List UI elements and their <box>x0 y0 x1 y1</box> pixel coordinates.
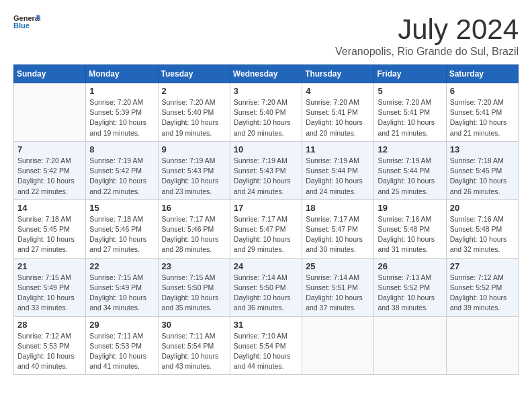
weekday-header-thursday: Thursday <box>302 65 374 83</box>
day-number: 7 <box>17 144 82 154</box>
day-number: 20 <box>450 203 515 213</box>
day-info: Sunrise: 7:19 AMSunset: 5:42 PMDaylight:… <box>89 156 154 197</box>
day-info: Sunrise: 7:16 AMSunset: 5:48 PMDaylight:… <box>378 214 442 255</box>
calendar-cell: 15Sunrise: 7:18 AMSunset: 5:46 PMDayligh… <box>86 199 158 258</box>
day-info: Sunrise: 7:20 AMSunset: 5:41 PMDaylight:… <box>378 97 442 138</box>
calendar-cell: 18Sunrise: 7:17 AMSunset: 5:47 PMDayligh… <box>302 199 374 258</box>
weekday-header-wednesday: Wednesday <box>230 65 302 83</box>
day-info: Sunrise: 7:20 AMSunset: 5:39 PMDaylight:… <box>89 97 154 138</box>
day-number: 13 <box>450 144 515 154</box>
calendar-cell: 13Sunrise: 7:18 AMSunset: 5:45 PMDayligh… <box>446 141 518 199</box>
svg-text:Blue: Blue <box>13 21 30 30</box>
day-number: 1 <box>89 86 154 96</box>
day-info: Sunrise: 7:12 AMSunset: 5:52 PMDaylight:… <box>450 273 515 314</box>
day-number: 4 <box>306 86 370 96</box>
calendar-cell: 27Sunrise: 7:12 AMSunset: 5:52 PMDayligh… <box>446 258 518 316</box>
day-number: 27 <box>450 261 515 271</box>
day-number: 23 <box>162 261 226 271</box>
day-number: 30 <box>162 320 226 330</box>
calendar-cell: 14Sunrise: 7:18 AMSunset: 5:45 PMDayligh… <box>14 199 86 258</box>
weekday-header-row: SundayMondayTuesdayWednesdayThursdayFrid… <box>14 65 519 83</box>
day-number: 21 <box>17 261 82 271</box>
month-year-title: July 2024 <box>335 13 519 46</box>
day-info: Sunrise: 7:16 AMSunset: 5:48 PMDaylight:… <box>450 214 515 255</box>
day-info: Sunrise: 7:17 AMSunset: 5:47 PMDaylight:… <box>306 214 370 255</box>
calendar-cell: 11Sunrise: 7:19 AMSunset: 5:44 PMDayligh… <box>302 141 374 199</box>
calendar-cell: 17Sunrise: 7:17 AMSunset: 5:47 PMDayligh… <box>230 199 302 258</box>
day-info: Sunrise: 7:20 AMSunset: 5:40 PMDaylight:… <box>234 97 298 138</box>
weekday-header-monday: Monday <box>86 65 158 83</box>
calendar-cell: 28Sunrise: 7:12 AMSunset: 5:53 PMDayligh… <box>14 316 86 375</box>
day-number: 26 <box>378 261 442 271</box>
day-number: 28 <box>17 320 82 330</box>
calendar-cell <box>302 316 374 375</box>
day-info: Sunrise: 7:13 AMSunset: 5:52 PMDaylight:… <box>378 273 442 314</box>
day-info: Sunrise: 7:15 AMSunset: 5:49 PMDaylight:… <box>17 273 82 314</box>
calendar-cell: 7Sunrise: 7:20 AMSunset: 5:42 PMDaylight… <box>14 141 86 199</box>
day-info: Sunrise: 7:19 AMSunset: 5:43 PMDaylight:… <box>234 156 298 197</box>
title-block: July 2024 Veranopolis, Rio Grande do Sul… <box>335 13 519 58</box>
calendar-cell: 20Sunrise: 7:16 AMSunset: 5:48 PMDayligh… <box>446 199 518 258</box>
day-info: Sunrise: 7:11 AMSunset: 5:53 PMDaylight:… <box>89 331 154 372</box>
day-info: Sunrise: 7:14 AMSunset: 5:50 PMDaylight:… <box>234 273 298 314</box>
day-number: 8 <box>89 144 154 154</box>
day-number: 10 <box>234 144 298 154</box>
weekday-header-saturday: Saturday <box>446 65 518 83</box>
location-subtitle: Veranopolis, Rio Grande do Sul, Brazil <box>335 46 519 58</box>
weekday-header-sunday: Sunday <box>14 65 86 83</box>
calendar-cell: 22Sunrise: 7:15 AMSunset: 5:49 PMDayligh… <box>86 258 158 316</box>
day-info: Sunrise: 7:11 AMSunset: 5:54 PMDaylight:… <box>162 331 226 372</box>
calendar-cell: 29Sunrise: 7:11 AMSunset: 5:53 PMDayligh… <box>86 316 158 375</box>
calendar-week-row: 14Sunrise: 7:18 AMSunset: 5:45 PMDayligh… <box>14 199 519 258</box>
calendar-cell: 16Sunrise: 7:17 AMSunset: 5:46 PMDayligh… <box>158 199 230 258</box>
day-number: 3 <box>234 86 298 96</box>
day-number: 14 <box>17 203 82 213</box>
day-info: Sunrise: 7:10 AMSunset: 5:54 PMDaylight:… <box>234 331 298 372</box>
day-number: 18 <box>306 203 370 213</box>
calendar-cell: 6Sunrise: 7:20 AMSunset: 5:41 PMDaylight… <box>446 83 518 142</box>
weekday-header-friday: Friday <box>374 65 446 83</box>
calendar-cell: 23Sunrise: 7:15 AMSunset: 5:50 PMDayligh… <box>158 258 230 316</box>
day-number: 5 <box>378 86 442 96</box>
calendar-cell: 5Sunrise: 7:20 AMSunset: 5:41 PMDaylight… <box>374 83 446 142</box>
day-number: 17 <box>234 203 298 213</box>
day-info: Sunrise: 7:15 AMSunset: 5:50 PMDaylight:… <box>162 273 226 314</box>
calendar-cell: 25Sunrise: 7:14 AMSunset: 5:51 PMDayligh… <box>302 258 374 316</box>
calendar-cell: 10Sunrise: 7:19 AMSunset: 5:43 PMDayligh… <box>230 141 302 199</box>
day-number: 6 <box>450 86 515 96</box>
day-number: 2 <box>162 86 226 96</box>
day-info: Sunrise: 7:12 AMSunset: 5:53 PMDaylight:… <box>17 331 82 372</box>
calendar-cell: 31Sunrise: 7:10 AMSunset: 5:54 PMDayligh… <box>230 316 302 375</box>
calendar-cell <box>374 316 446 375</box>
day-number: 24 <box>234 261 298 271</box>
day-info: Sunrise: 7:20 AMSunset: 5:40 PMDaylight:… <box>162 97 226 138</box>
day-info: Sunrise: 7:15 AMSunset: 5:49 PMDaylight:… <box>89 273 154 314</box>
day-info: Sunrise: 7:17 AMSunset: 5:46 PMDaylight:… <box>162 214 226 255</box>
calendar-table: SundayMondayTuesdayWednesdayThursdayFrid… <box>13 64 519 375</box>
day-info: Sunrise: 7:14 AMSunset: 5:51 PMDaylight:… <box>306 273 370 314</box>
day-info: Sunrise: 7:18 AMSunset: 5:46 PMDaylight:… <box>89 214 154 255</box>
day-number: 31 <box>234 320 298 330</box>
calendar-cell: 9Sunrise: 7:19 AMSunset: 5:43 PMDaylight… <box>158 141 230 199</box>
day-info: Sunrise: 7:19 AMSunset: 5:43 PMDaylight:… <box>162 156 226 197</box>
day-info: Sunrise: 7:18 AMSunset: 5:45 PMDaylight:… <box>17 214 82 255</box>
day-info: Sunrise: 7:20 AMSunset: 5:41 PMDaylight:… <box>450 97 515 138</box>
day-number: 22 <box>89 261 154 271</box>
day-number: 11 <box>306 144 370 154</box>
day-number: 19 <box>378 203 442 213</box>
calendar-cell: 4Sunrise: 7:20 AMSunset: 5:41 PMDaylight… <box>302 83 374 142</box>
calendar-week-row: 21Sunrise: 7:15 AMSunset: 5:49 PMDayligh… <box>14 258 519 316</box>
day-number: 9 <box>162 144 226 154</box>
calendar-week-row: 7Sunrise: 7:20 AMSunset: 5:42 PMDaylight… <box>14 141 519 199</box>
svg-text:General: General <box>13 14 40 22</box>
calendar-cell: 8Sunrise: 7:19 AMSunset: 5:42 PMDaylight… <box>86 141 158 199</box>
page-header: General Blue July 2024 Veranopolis, Rio … <box>13 13 519 58</box>
day-info: Sunrise: 7:19 AMSunset: 5:44 PMDaylight:… <box>378 156 442 197</box>
day-info: Sunrise: 7:18 AMSunset: 5:45 PMDaylight:… <box>450 156 515 197</box>
calendar-cell: 21Sunrise: 7:15 AMSunset: 5:49 PMDayligh… <box>14 258 86 316</box>
day-info: Sunrise: 7:20 AMSunset: 5:41 PMDaylight:… <box>306 97 370 138</box>
day-number: 25 <box>306 261 370 271</box>
calendar-cell: 12Sunrise: 7:19 AMSunset: 5:44 PMDayligh… <box>374 141 446 199</box>
calendar-week-row: 28Sunrise: 7:12 AMSunset: 5:53 PMDayligh… <box>14 316 519 375</box>
calendar-cell: 2Sunrise: 7:20 AMSunset: 5:40 PMDaylight… <box>158 83 230 142</box>
